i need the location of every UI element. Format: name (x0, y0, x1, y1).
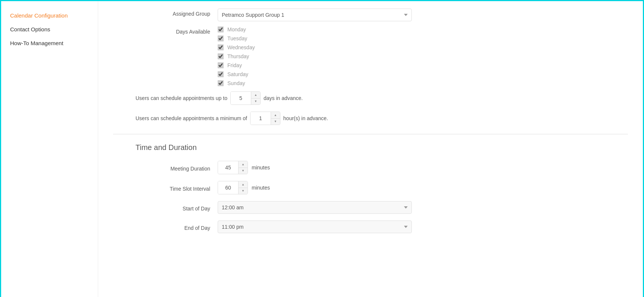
time-slot-interval-spinner: ▲ ▼ (218, 181, 248, 194)
assigned-group-control: Petramco Support Group 1 (218, 9, 628, 21)
time-duration-title: Time and Duration (113, 143, 628, 152)
day-monday-row: Monday (218, 26, 628, 32)
advance-hours-spinner-buttons: ▲ ▼ (271, 112, 280, 125)
days-available-control: Monday Tuesday Wednesday Thursday (218, 26, 628, 86)
end-of-day-row: End of Day 12:00 am12:30 am1:00 am1:30 a… (113, 221, 628, 233)
meeting-duration-up-button[interactable]: ▲ (239, 161, 248, 168)
start-of-day-control: 12:00 am12:30 am1:00 am1:30 am2:00 am2:3… (218, 201, 628, 214)
advance-days-down-button[interactable]: ▼ (251, 99, 260, 105)
meeting-duration-spinner-buttons: ▲ ▼ (239, 161, 248, 174)
day-saturday-label: Saturday (227, 71, 248, 77)
meeting-duration-down-button[interactable]: ▼ (239, 168, 248, 174)
sidebar-item-how-to-management[interactable]: How-To Management (10, 36, 89, 50)
day-sunday-checkbox[interactable] (218, 80, 224, 86)
day-wednesday-row: Wednesday (218, 44, 628, 50)
sidebar-item-calendar-configuration[interactable]: Calendar Configuration (10, 9, 89, 22)
meeting-duration-spinner: ▲ ▼ (218, 161, 248, 174)
advance-hours-row: Users can schedule appointments a minimu… (113, 112, 628, 125)
day-saturday-row: Saturday (218, 71, 628, 77)
day-tuesday-checkbox[interactable] (218, 35, 224, 41)
day-monday-label: Monday (227, 26, 246, 32)
days-available-label: Days Available (113, 26, 218, 35)
end-of-day-label: End of Day (113, 223, 218, 231)
time-slot-interval-input[interactable] (218, 181, 239, 194)
day-saturday-checkbox[interactable] (218, 71, 224, 77)
advance-hours-up-button[interactable]: ▲ (271, 112, 280, 119)
advance-days-up-button[interactable]: ▲ (251, 92, 260, 99)
day-wednesday-checkbox[interactable] (218, 44, 224, 50)
time-slot-interval-spinner-buttons: ▲ ▼ (239, 181, 248, 194)
days-available-row: Days Available Monday Tuesday Wednesday (113, 26, 628, 86)
end-of-day-select[interactable]: 12:00 am12:30 am1:00 am1:30 am2:00 am2:3… (218, 221, 412, 233)
time-slot-interval-down-button[interactable]: ▼ (239, 188, 248, 194)
section-divider (113, 134, 628, 134)
meeting-duration-label: Meeting Duration (113, 163, 218, 172)
meeting-duration-input[interactable] (218, 161, 239, 174)
advance-days-suffix: days in advance. (264, 95, 303, 101)
sidebar-item-contact-options[interactable]: Contact Options (10, 22, 89, 36)
meeting-duration-row: Meeting Duration ▲ ▼ minutes (113, 161, 628, 174)
start-of-day-select[interactable]: 12:00 am12:30 am1:00 am1:30 am2:00 am2:3… (218, 201, 412, 214)
day-sunday-label: Sunday (227, 80, 245, 86)
day-thursday-checkbox[interactable] (218, 53, 224, 59)
advance-days-prefix: Users can schedule appointments up to (136, 95, 227, 101)
time-slot-interval-row: Time Slot Interval ▲ ▼ minutes (113, 181, 628, 194)
assigned-group-row: Assigned Group Petramco Support Group 1 (113, 9, 628, 21)
end-of-day-control: 12:00 am12:30 am1:00 am1:30 am2:00 am2:3… (218, 221, 628, 233)
days-list: Monday Tuesday Wednesday Thursday (218, 26, 628, 86)
advance-hours-prefix: Users can schedule appointments a minimu… (136, 115, 247, 121)
day-sunday-row: Sunday (218, 80, 628, 86)
advance-days-row: Users can schedule appointments up to ▲ … (113, 91, 628, 105)
day-friday-checkbox[interactable] (218, 62, 224, 68)
time-slot-interval-up-button[interactable]: ▲ (239, 181, 248, 188)
assigned-group-label: Assigned Group (113, 9, 218, 17)
time-slot-interval-label: Time Slot Interval (113, 184, 218, 192)
day-thursday-label: Thursday (227, 53, 249, 59)
advance-hours-down-button[interactable]: ▼ (271, 119, 280, 125)
time-slot-interval-suffix: minutes (252, 185, 270, 191)
day-wednesday-label: Wednesday (227, 44, 255, 50)
day-tuesday-label: Tuesday (227, 35, 247, 41)
day-thursday-row: Thursday (218, 53, 628, 59)
main-content: Assigned Group Petramco Support Group 1 … (98, 1, 643, 297)
day-monday-checkbox[interactable] (218, 26, 224, 32)
day-friday-label: Friday (227, 62, 242, 68)
advance-days-spinner-buttons: ▲ ▼ (251, 92, 260, 104)
day-friday-row: Friday (218, 62, 628, 68)
assigned-group-select[interactable]: Petramco Support Group 1 (218, 9, 412, 21)
sidebar: Calendar Configuration Contact Options H… (1, 1, 98, 297)
advance-hours-input[interactable] (251, 112, 271, 125)
advance-hours-spinner: ▲ ▼ (250, 112, 280, 125)
time-duration-section: Time and Duration Meeting Duration ▲ ▼ m… (113, 143, 628, 233)
advance-hours-suffix: hour(s) in advance. (283, 115, 328, 121)
day-tuesday-row: Tuesday (218, 35, 628, 41)
advance-days-spinner: ▲ ▼ (230, 91, 261, 105)
meeting-duration-suffix: minutes (252, 165, 270, 171)
start-of-day-label: Start of Day (113, 203, 218, 212)
start-of-day-row: Start of Day 12:00 am12:30 am1:00 am1:30… (113, 201, 628, 214)
advance-days-input[interactable] (231, 92, 251, 104)
